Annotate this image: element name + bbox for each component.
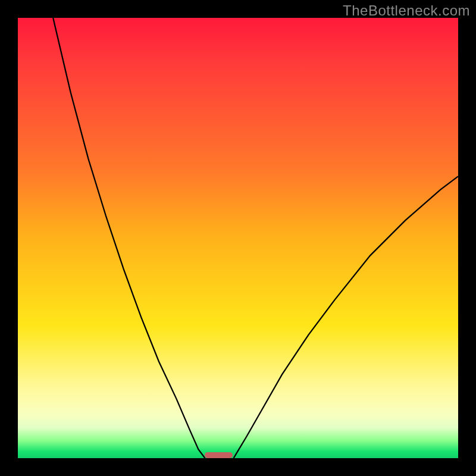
curves-layer (18, 18, 458, 458)
right-curve (234, 176, 458, 458)
left-curve (53, 18, 205, 458)
chart-container: TheBottleneck.com (0, 0, 476, 476)
bottleneck-marker (205, 452, 233, 458)
plot-area (18, 18, 458, 458)
watermark-text: TheBottleneck.com (343, 2, 470, 19)
